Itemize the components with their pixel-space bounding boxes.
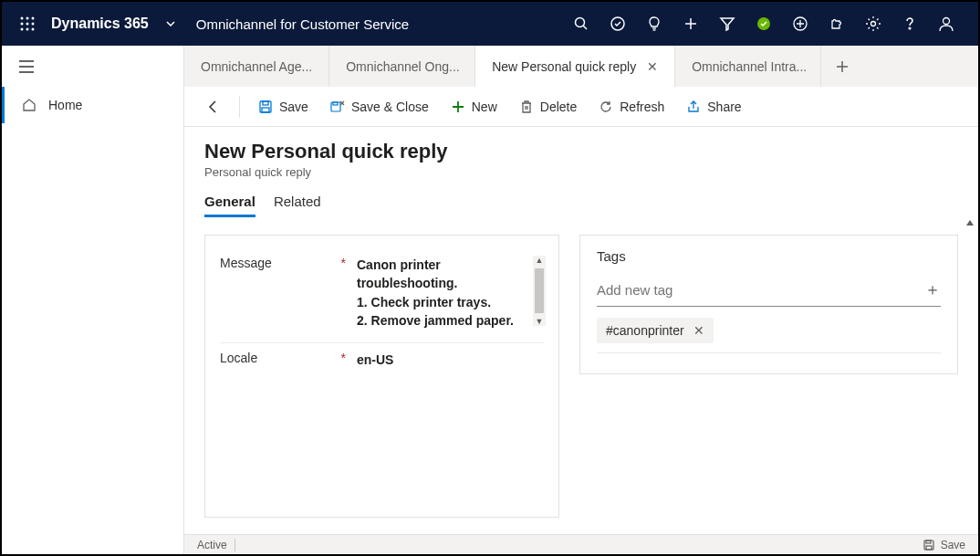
tab-omnichannel-intraday[interactable]: Omnichannel Intra... — [675, 46, 821, 87]
tag-input-row: ＋ — [597, 275, 941, 307]
header-action-icons — [566, 2, 969, 46]
message-scrollbar[interactable]: ▲ ▼ — [533, 256, 546, 326]
back-button[interactable] — [197, 87, 230, 126]
new-label: New — [472, 100, 497, 114]
svg-point-0 — [21, 17, 24, 20]
presence-available-icon[interactable] — [748, 2, 779, 46]
tag-input[interactable] — [597, 282, 924, 298]
locale-value[interactable]: en-US — [357, 351, 544, 369]
save-button[interactable]: Save — [249, 87, 318, 126]
app-header: Dynamics 365 Omnichannel for Customer Se… — [2, 2, 978, 46]
scroll-down-icon[interactable]: ▼ — [536, 317, 544, 326]
tab-new-personal-quick-reply[interactable]: New Personal quick reply ✕ — [475, 46, 675, 87]
nav-home-label: Home — [48, 98, 82, 112]
brand-title[interactable]: Dynamics 365 — [44, 16, 156, 32]
svg-point-14 — [909, 27, 911, 29]
tags-section-title: Tags — [597, 248, 941, 264]
svg-point-2 — [32, 17, 35, 20]
svg-point-7 — [26, 28, 29, 31]
svg-point-8 — [32, 28, 35, 31]
add-tag-icon[interactable]: ＋ — [924, 278, 941, 300]
filter-icon[interactable] — [712, 2, 743, 46]
close-icon[interactable]: ✕ — [647, 59, 658, 74]
delete-label: Delete — [540, 100, 577, 114]
lightbulb-icon[interactable] — [639, 2, 670, 46]
svg-point-15 — [944, 18, 950, 25]
puzzle-icon[interactable] — [821, 2, 852, 46]
save-close-icon — [330, 100, 345, 114]
footer-save-label: Save — [941, 539, 965, 551]
hamburger-button[interactable] — [2, 46, 183, 87]
svg-point-6 — [21, 28, 24, 31]
save-close-label: Save & Close — [351, 100, 429, 114]
record-status: Active — [197, 539, 227, 551]
page-title: New Personal quick reply — [204, 140, 958, 163]
home-icon — [21, 97, 37, 113]
svg-point-5 — [32, 23, 35, 26]
form-tab-related[interactable]: Related — [274, 194, 321, 217]
main-content: Omnichannel Age... Omnichannel Ong... Ne… — [184, 46, 978, 554]
refresh-label: Refresh — [620, 100, 664, 114]
gear-icon[interactable] — [858, 2, 889, 46]
save-label: Save — [279, 100, 308, 114]
left-navigation: Home — [2, 46, 184, 554]
new-button[interactable]: New — [442, 87, 506, 126]
svg-point-13 — [871, 22, 876, 26]
page-subtitle: Personal quick reply — [204, 165, 958, 179]
nav-item-home[interactable]: Home — [2, 87, 183, 123]
command-bar: Save Save & Close New Delete Refresh Sha… — [184, 87, 978, 127]
form-tab-general[interactable]: General — [204, 194, 255, 217]
message-label: Message — [220, 256, 272, 270]
svg-point-4 — [26, 23, 29, 26]
search-icon[interactable] — [566, 2, 597, 46]
scroll-thumb[interactable] — [535, 268, 544, 313]
plus-green-icon — [451, 100, 465, 114]
tags-panel: Tags ＋ #canonprinter ✕ — [579, 235, 958, 374]
task-icon[interactable] — [602, 2, 633, 46]
chevron-down-icon[interactable] — [156, 18, 185, 29]
message-value[interactable]: Canon printer troubleshooting. 1. Check … — [357, 256, 544, 330]
required-indicator: * — [341, 351, 346, 365]
form-body: Message * Canon printer troubleshooting.… — [184, 218, 978, 534]
share-button[interactable]: Share — [677, 87, 750, 126]
svg-point-1 — [26, 17, 29, 20]
svg-rect-22 — [926, 540, 931, 543]
content-scroll-up-icon[interactable] — [965, 218, 975, 227]
body-area: Home Omnichannel Age... Omnichannel Ong.… — [2, 46, 978, 554]
tab-omnichannel-agent[interactable]: Omnichannel Age... — [184, 46, 329, 87]
tab-omnichannel-ongoing[interactable]: Omnichannel Ong... — [329, 46, 475, 87]
refresh-button[interactable]: Refresh — [589, 87, 673, 126]
help-icon[interactable] — [894, 2, 925, 46]
share-icon — [686, 100, 701, 114]
add-circle-icon[interactable] — [785, 2, 816, 46]
form-tabs: General Related — [184, 184, 978, 218]
footer-save-button[interactable]: Save — [923, 539, 965, 551]
svg-rect-23 — [926, 546, 932, 550]
tag-chip-label: #canonprinter — [606, 323, 684, 338]
svg-rect-18 — [262, 108, 269, 112]
tag-chip[interactable]: #canonprinter ✕ — [597, 318, 714, 343]
session-tabs: Omnichannel Age... Omnichannel Ong... Ne… — [184, 46, 978, 87]
field-message: Message * Canon printer troubleshooting.… — [220, 248, 544, 343]
new-tab-button[interactable] — [821, 46, 863, 87]
save-icon — [258, 100, 273, 114]
person-icon[interactable] — [931, 2, 962, 46]
status-bar: Active Save — [184, 534, 978, 554]
plus-icon[interactable] — [675, 2, 706, 46]
svg-rect-17 — [263, 101, 268, 105]
general-panel: Message * Canon printer troubleshooting.… — [204, 235, 559, 518]
locale-label: Locale — [220, 351, 257, 365]
field-locale: Locale * en-US — [220, 343, 544, 382]
trash-icon — [519, 100, 534, 114]
save-close-button[interactable]: Save & Close — [321, 87, 438, 126]
svg-rect-20 — [333, 102, 338, 105]
delete-button[interactable]: Delete — [510, 87, 586, 126]
svg-point-3 — [21, 23, 24, 26]
scroll-up-icon[interactable]: ▲ — [536, 256, 544, 265]
page-header: New Personal quick reply Personal quick … — [184, 127, 978, 184]
remove-tag-icon[interactable]: ✕ — [693, 323, 704, 338]
refresh-icon — [599, 100, 613, 114]
module-title: Omnichannel for Customer Service — [185, 16, 409, 32]
app-launcher-icon[interactable] — [11, 16, 44, 31]
required-indicator: * — [341, 256, 346, 270]
